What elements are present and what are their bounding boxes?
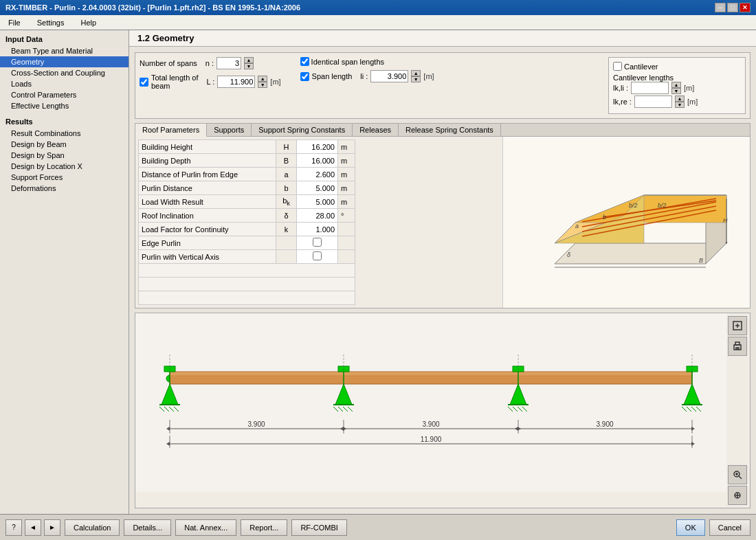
param-unit: [338, 223, 355, 236]
lk-li-down[interactable]: ▼: [671, 88, 681, 94]
roof-diagram-svg: a b b/2 b/2 H B δ: [513, 154, 740, 291]
main-content: 1.2 Geometry Number of spans n : ▲ ▼: [129, 30, 756, 514]
param-checkbox-cell[interactable]: [297, 236, 338, 250]
sidebar-item-deformations[interactable]: Deformations: [0, 183, 129, 194]
sidebar: Input Data Beam Type and Material Geomet…: [0, 30, 129, 514]
total-length-input[interactable]: [217, 76, 255, 88]
details-button[interactable]: Details...: [124, 519, 171, 536]
param-value: 1.000: [297, 223, 338, 236]
total-length-down[interactable]: ▼: [258, 82, 267, 88]
close-button[interactable]: ✕: [740, 3, 751, 12]
sidebar-item-beam-type[interactable]: Beam Type and Material: [0, 45, 129, 56]
param-value: 16.000: [297, 154, 338, 168]
minimize-button[interactable]: ─: [715, 3, 726, 12]
param-symbol: k: [276, 223, 297, 236]
param-name: Load Width Result: [139, 195, 276, 209]
span-length-label: Span length: [312, 72, 353, 80]
cancel-button[interactable]: Cancel: [709, 519, 751, 536]
total-length-up[interactable]: ▲: [258, 76, 267, 82]
tab-release-spring[interactable]: Release Spring Constants: [399, 124, 501, 136]
help-button[interactable]: ?: [5, 519, 22, 536]
lk-li-up[interactable]: ▲: [671, 82, 681, 88]
param-checkbox-cell[interactable]: [297, 250, 338, 264]
sidebar-item-support-forces[interactable]: Support Forces: [0, 172, 129, 183]
tab-roof-parameters[interactable]: Roof Parameters: [135, 124, 207, 137]
param-unit: m: [338, 181, 355, 195]
param-value: 5.000: [297, 181, 338, 195]
lk-re-up[interactable]: ▲: [675, 95, 685, 102]
total-length-checkbox[interactable]: [140, 78, 148, 87]
print-button[interactable]: [728, 337, 747, 356]
cantilever-lengths-label: Cantilever lengths: [613, 74, 741, 82]
rf-combi-button[interactable]: RF-COMBI: [291, 519, 346, 536]
li-label: li :: [360, 72, 368, 80]
window-controls: ─ □ ✕: [715, 3, 751, 12]
tab-supports[interactable]: Supports: [207, 124, 252, 136]
num-spans-down[interactable]: ▼: [244, 63, 254, 69]
param-unit: [338, 250, 355, 264]
lk-re-down[interactable]: ▼: [675, 102, 685, 108]
menu-help[interactable]: Help: [75, 17, 102, 28]
tab-releases[interactable]: Releases: [353, 124, 399, 136]
svg-text:B: B: [699, 257, 703, 264]
param-value: 28.00: [297, 209, 338, 223]
sidebar-item-effective-lengths[interactable]: Effective Lengths: [0, 100, 129, 111]
svg-text:b/2: b/2: [658, 202, 667, 209]
maximize-button[interactable]: □: [727, 3, 738, 12]
zoom-fit-button[interactable]: [728, 316, 747, 335]
lk-re-unit: [m]: [687, 98, 698, 106]
lk-li-input[interactable]: [631, 82, 669, 94]
param-symbol: [276, 250, 297, 264]
edge-purlin-checkbox[interactable]: [313, 238, 322, 247]
app-body: Input Data Beam Type and Material Geomet…: [0, 30, 756, 514]
sidebar-item-result-combinations[interactable]: Result Combinations: [0, 128, 129, 139]
span-length-input[interactable]: [370, 70, 408, 82]
purlin-vertical-checkbox[interactable]: [313, 251, 322, 260]
pan-button[interactable]: [728, 486, 747, 505]
sidebar-item-geometry[interactable]: Geometry: [0, 56, 129, 67]
l-label: L :: [207, 78, 215, 86]
span-length-checkbox[interactable]: [300, 72, 309, 81]
menu-settings[interactable]: Settings: [32, 17, 70, 28]
prev-button[interactable]: ◄: [25, 519, 41, 536]
num-spans-group: Number of spans n : ▲ ▼: [140, 57, 281, 69]
lk-re-input[interactable]: [634, 95, 672, 108]
span-length-down[interactable]: ▼: [411, 76, 421, 82]
svg-text:H: H: [723, 217, 728, 224]
sidebar-item-loads[interactable]: Loads: [0, 78, 129, 89]
sidebar-item-design-by-location[interactable]: Design by Location X: [0, 161, 129, 172]
num-spans-up[interactable]: ▲: [244, 57, 254, 63]
ok-button[interactable]: OK: [676, 519, 705, 536]
tab-support-spring[interactable]: Support Spring Constants: [252, 124, 353, 136]
diagram-bottom-tools: [728, 465, 747, 505]
total-length-label: Total length ofbeam: [151, 74, 199, 90]
menu-file[interactable]: File: [3, 17, 26, 28]
identical-spans-checkbox[interactable]: [300, 57, 309, 66]
calculation-button[interactable]: Calculation: [65, 519, 120, 536]
footer-left-buttons: ? ◄ ►: [5, 519, 60, 536]
zoom-in-button[interactable]: [728, 465, 747, 484]
num-spans-input[interactable]: [216, 57, 241, 69]
sidebar-item-design-by-span[interactable]: Design by Span: [0, 150, 129, 161]
nat-annex-button[interactable]: Nat. Annex...: [175, 519, 236, 536]
sidebar-item-design-by-beam[interactable]: Design by Beam: [0, 139, 129, 150]
param-symbol: δ: [276, 209, 297, 223]
identical-spans-group: Identical span lengths: [300, 57, 434, 66]
table-row: Edge Purlin: [139, 236, 355, 250]
sidebar-item-cross-section[interactable]: Cross-Section and Coupling: [0, 67, 129, 78]
param-unit: [338, 236, 355, 250]
diagram-tools: [728, 316, 747, 356]
report-button[interactable]: Report...: [241, 519, 287, 536]
next-button[interactable]: ►: [44, 519, 60, 536]
cantilever-checkbox[interactable]: [613, 62, 622, 71]
content-area: Number of spans n : ▲ ▼ Total length ofb…: [129, 47, 756, 514]
span-length-unit: [m]: [423, 72, 434, 80]
param-value: 2.600: [297, 168, 338, 181]
sidebar-item-control-params[interactable]: Control Parameters: [0, 89, 129, 100]
span-length-up[interactable]: ▲: [411, 70, 421, 76]
svg-text:3.900: 3.900: [596, 420, 613, 428]
params-table: Building Height H 16.200 m Building Dept…: [138, 139, 355, 305]
svg-text:b: b: [603, 214, 606, 221]
table-row: Distance of Purlin from Edge a 2.600 m: [139, 168, 355, 181]
tabs-header: Roof Parameters Supports Support Spring …: [135, 124, 750, 137]
